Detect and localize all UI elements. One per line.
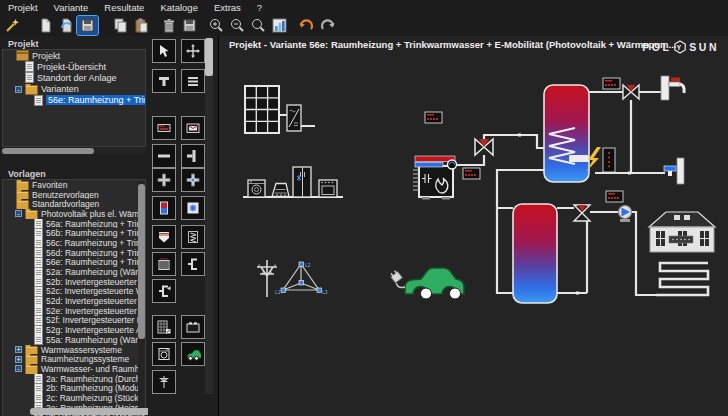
dishwasher[interactable] [272,184,289,197]
tool-electric-vehicle[interactable] [181,342,205,366]
paste-button[interactable] [131,16,152,35]
delete-button[interactable] [158,16,179,35]
tree-item[interactable]: 52c: Invertergesteuerte Wärm [3,287,145,297]
tree-item[interactable]: 52g: Invertergesteuerte Abluf [3,325,145,335]
pipes[interactable] [243,92,708,295]
tool-heat-exchanger[interactable] [181,196,205,220]
tool-pv-module[interactable] [152,315,176,339]
tap[interactable] [661,76,684,100]
tree-item[interactable]: -Warmwasser- und Raumheizungs [3,364,145,374]
oven[interactable] [319,180,337,197]
tree-item[interactable]: 52b: Invertergesteuerter Heiz [3,277,145,287]
dhw-tank[interactable] [544,85,589,182]
tree-item[interactable]: 56e: Raumheizung + Trinkwa [3,258,145,268]
menu-projekt[interactable]: Projekt [8,2,38,13]
tool-boiler[interactable] [152,342,176,366]
tool-pipe-connector[interactable] [181,252,205,276]
tree-item[interactable]: 52e: Invertergesteuerter Heiz [3,306,145,316]
power-grid-pole[interactable] [257,260,277,297]
controller-heatpump[interactable] [463,168,480,179]
menu-extras[interactable]: Extras [214,2,241,13]
tree-item[interactable]: 2a: Raumheizung (Durchlaufe [3,374,145,384]
cold-water-supply[interactable] [664,158,684,184]
pv-module[interactable] [245,86,279,133]
tree-expander-icon[interactable]: + [15,346,22,353]
show-results-button[interactable] [269,16,290,35]
tree-item[interactable]: 52d: Invertergesteuerter el. D [3,296,145,306]
tree-item[interactable]: 52a: Raumheizung (Wärmepu [3,267,145,277]
tree-item[interactable]: 52f: Invertergesteuerter Heizs [3,316,145,326]
menu-resultate[interactable]: Resultate [104,2,144,13]
house[interactable] [649,212,715,252]
tool-pipe-connector-sensor[interactable] [152,279,176,303]
copy-button[interactable] [110,16,131,35]
mixing-valve-dhw[interactable] [623,85,639,99]
tree-item[interactable]: Projekt [3,50,145,61]
tool-pipe-horizontal[interactable] [152,144,176,168]
templates-tree-vscrollbar[interactable] [138,181,145,408]
tree-item[interactable]: Favoriten [3,180,145,190]
tool-cross-fitting[interactable] [152,168,176,192]
electric-vehicle[interactable] [389,268,464,299]
controller-dhw[interactable] [603,78,620,89]
wizard-button[interactable] [2,16,23,35]
refrigerator[interactable] [293,167,311,197]
zoom-original-button[interactable] [248,16,269,35]
heating-pump[interactable] [619,206,632,223]
tool-power-grid[interactable] [152,370,176,394]
tree-item[interactable]: Benutzervorlagen [3,190,145,200]
tree-item[interactable]: 56e: Raumheizung + Trinkwarm [3,95,145,106]
tool-programmable-controller[interactable] [181,116,205,140]
save-as-button[interactable] [179,16,200,35]
tree-item[interactable]: 56c: Raumheizung + Trinkwa [3,238,145,248]
tree-item[interactable]: +Raumheizungssysteme [3,354,145,364]
tree-item[interactable]: +Warmwassersysteme [3,345,145,355]
tree-item[interactable]: 2b: Raumheizung (Modulierer [3,383,145,393]
tool-battery[interactable] [181,315,205,339]
tool-storage-tank[interactable] [152,225,176,249]
redo-button[interactable] [317,16,338,35]
project-tree-hscrollbar[interactable] [2,148,146,154]
heat-pump[interactable] [413,156,457,200]
tree-item[interactable]: 56d: Raumheizung + Trinkwa [3,248,145,258]
tree-expander-icon[interactable]: - [15,86,22,93]
tree-expander-icon[interactable]: - [15,210,22,217]
tree-item[interactable]: Projekt-Übersicht [3,61,145,72]
tool-select[interactable] [152,39,176,63]
tree-item[interactable]: 55a: Raumheizung (Wärmepu [3,335,145,345]
tool-list[interactable] [181,69,205,93]
menu-kataloge[interactable]: Kataloge [160,2,198,13]
tree-item[interactable]: 56a: Raumheizung + Trinkwa [3,219,145,229]
tool-tee-pipe[interactable] [152,69,176,93]
tree-item[interactable]: 56b: Raumheizung + Trinkwa [3,228,145,238]
washing-machine[interactable] [248,180,265,197]
tree-expander-icon[interactable]: + [15,356,22,363]
controller-pv[interactable] [425,112,442,123]
inverter[interactable] [287,105,301,131]
tool-move[interactable] [181,39,205,63]
zoom-in-button[interactable] [206,16,227,35]
tool-pipe-branch[interactable] [181,144,205,168]
tool-radiator[interactable] [152,252,176,276]
zoom-out-button[interactable] [227,16,248,35]
save-project-button[interactable] [77,16,98,35]
controller-heating-circuit[interactable] [606,191,623,202]
menu-[interactable]: ? [257,2,262,13]
controller-heating-rod[interactable] [603,148,615,172]
menu-variante[interactable]: Variante [54,2,89,13]
design-canvas[interactable]: Projekt - Variante 56e: Raumheizung + Tr… [218,36,728,416]
tool-pump[interactable] [152,196,176,220]
mixing-valve-hp[interactable] [475,139,493,155]
tree-item[interactable]: -Photovoltaik plus el. Wärmeerzeu [3,209,145,219]
mixing-valve-heating[interactable] [574,205,590,221]
undo-button[interactable] [296,16,317,35]
tree-item[interactable]: 2c: Raumheizung (Stückholzfe [3,393,145,403]
open-project-button[interactable] [56,16,77,35]
tree-item[interactable]: Standardvorlagen [3,199,145,209]
new-project-button[interactable] [35,16,56,35]
tree-item[interactable]: -Varianten [3,84,145,95]
palette-scrollbar[interactable] [205,38,213,394]
tree-expander-icon[interactable]: - [15,365,22,372]
tool-controller[interactable] [152,116,176,140]
tree-item[interactable]: Standort der Anlage [3,72,145,83]
